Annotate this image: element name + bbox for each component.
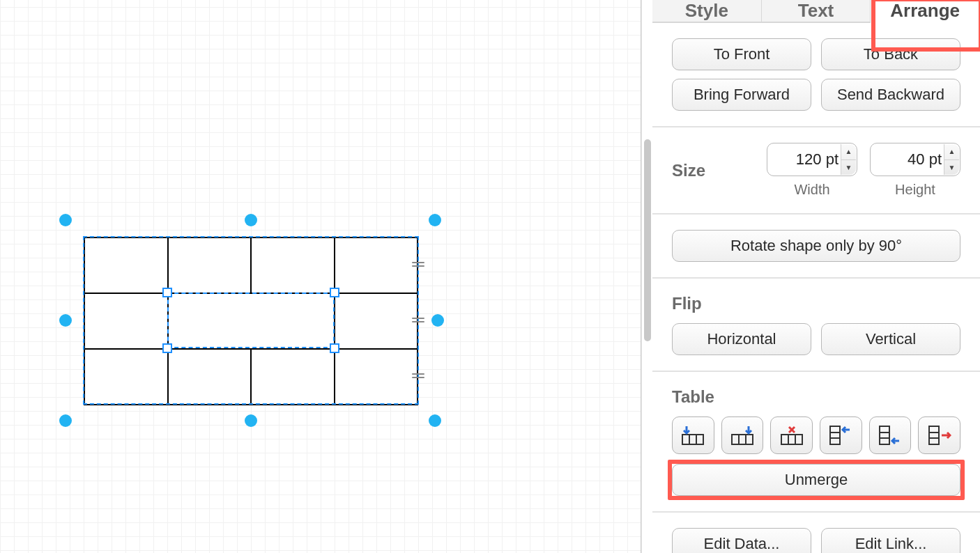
height-stepper[interactable]: ▲▼ [944,144,959,175]
svg-rect-17 [880,426,889,444]
edit-data-button[interactable]: Edit Data... [672,528,811,553]
width-sublabel: Width [767,182,857,198]
selection-handle[interactable] [429,414,441,427]
insert-column-left-button[interactable] [672,416,714,454]
svg-rect-21 [929,426,939,444]
section-edit: Edit Data... Edit Link... [652,513,980,553]
rotate-90-button[interactable]: Rotate shape only by 90° [672,230,960,262]
height-sublabel: Height [870,182,960,198]
delete-column-icon [780,425,804,446]
height-input[interactable]: 40 pt ▲▼ [870,143,960,176]
selection-handle[interactable] [245,414,257,427]
send-backward-button[interactable]: Send Backward [821,79,960,111]
row-resize-handle[interactable] [412,262,424,267]
section-flip: Flip Horizontal Vertical [652,279,980,372]
selection-handle[interactable] [245,214,257,226]
height-value: 40 pt [908,150,942,169]
selection-handle[interactable] [429,214,441,226]
selection-handle[interactable] [59,314,72,327]
format-panel: Style Text Arrange To Front To Back Brin… [652,0,980,553]
svg-rect-0 [682,435,703,444]
width-input[interactable]: 120 pt ▲▼ [767,143,857,176]
delete-row-button[interactable] [918,416,960,454]
delete-row-icon [928,425,951,446]
insert-row-above-button[interactable] [820,416,862,454]
canvas-vertical-scrollbar[interactable] [641,0,652,553]
insert-row-above-icon [829,425,852,446]
delete-column-button[interactable] [770,416,813,454]
row-resize-handle[interactable] [412,318,424,323]
flip-horizontal-button[interactable]: Horizontal [672,323,811,355]
insert-column-right-button[interactable] [721,416,764,454]
width-stepper[interactable]: ▲▼ [841,144,856,175]
tab-text[interactable]: Text [762,0,871,22]
panel-tabs: Style Text Arrange [652,0,980,23]
insert-column-right-icon [730,425,754,446]
svg-rect-13 [830,426,840,444]
svg-rect-8 [781,435,802,444]
cell-selection-handle[interactable] [162,343,172,353]
flip-label: Flip [672,294,960,313]
tab-arrange[interactable]: Arrange [871,0,980,23]
insert-row-below-button[interactable] [869,416,912,454]
section-size: Size 120 pt ▲▼ Width 40 pt ▲▼ Height [652,127,980,215]
selection-handle[interactable] [59,414,72,427]
cell-selection-handle[interactable] [330,343,339,353]
selection-handle[interactable] [431,314,444,327]
table-tool-row [672,416,960,454]
insert-row-below-icon [878,425,902,446]
to-back-button[interactable]: To Back [821,38,960,70]
section-ordering: To Front To Back Bring Forward Send Back… [652,23,980,127]
insert-column-left-icon [681,425,705,446]
section-rotate: Rotate shape only by 90° [652,215,980,279]
tab-style[interactable]: Style [652,0,762,22]
section-table: Table [652,372,980,513]
size-label: Size [672,161,754,180]
width-value: 120 pt [796,150,839,169]
to-front-button[interactable]: To Front [672,38,811,70]
table-shape[interactable] [84,237,418,405]
cell-selection-handle[interactable] [330,288,339,297]
unmerge-button[interactable]: Unmerge [672,464,960,496]
row-resize-handle[interactable] [412,373,424,379]
table-label: Table [672,387,960,407]
cell-selection-handle[interactable] [162,288,172,297]
canvas[interactable] [0,0,641,553]
selection-handle[interactable] [59,214,72,226]
scrollbar-thumb[interactable] [644,139,651,341]
svg-rect-4 [732,435,753,444]
flip-vertical-button[interactable]: Vertical [821,323,960,355]
bring-forward-button[interactable]: Bring Forward [672,79,811,111]
edit-link-button[interactable]: Edit Link... [821,528,960,553]
